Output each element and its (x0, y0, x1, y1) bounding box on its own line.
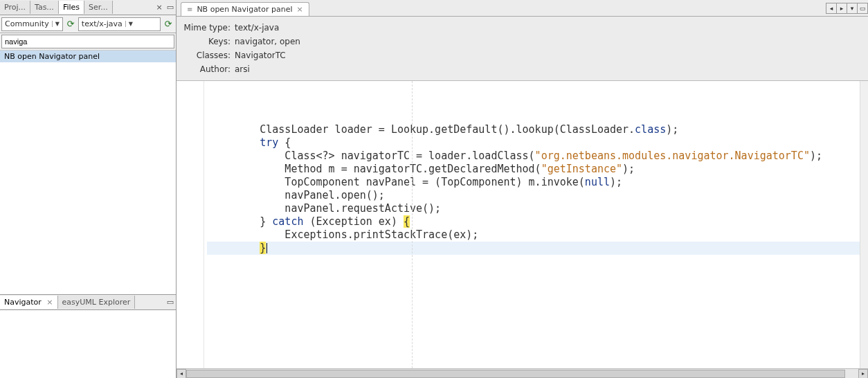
editor-tab-label: NB open Navigator panel (197, 5, 292, 14)
main-panel: ≡ NB open Navigator panel × ◂ ▸ ▾ ▭ Mime… (177, 0, 868, 378)
editor-tab-strip: ≡ NB open Navigator panel × ◂ ▸ ▾ ▭ (177, 0, 868, 17)
close-icon[interactable]: × (154, 3, 165, 12)
code-content[interactable]: ClassLoader loader = Lookup.getDefault()… (204, 81, 860, 368)
meta-mimetype-value: text/x-java (235, 21, 279, 35)
list-item[interactable]: NB open Navigator panel (0, 51, 176, 62)
meta-mimetype-label: Mime type: (183, 21, 230, 35)
meta-keys-label: Keys: (183, 35, 230, 48)
horizontal-scrollbar[interactable]: ◂ ▸ (177, 368, 868, 378)
gutter (177, 81, 204, 368)
bottom-tab-strip: Navigator × easyUML Explorer ▭ (0, 295, 176, 310)
maximize-icon[interactable]: ▭ (857, 3, 868, 14)
navigator-content (0, 310, 176, 378)
meta-author-value: arsi (235, 62, 250, 76)
minimize-icon[interactable]: ▭ (165, 3, 176, 12)
scroll-right-icon[interactable]: ▸ (858, 369, 868, 379)
close-icon[interactable]: × (46, 298, 53, 307)
nav-forward-icon[interactable]: ▸ (836, 3, 847, 14)
text-caret (266, 243, 267, 253)
meta-classes-label: Classes: (183, 48, 230, 62)
scope-combo-value: Community (5, 19, 49, 28)
scope-combo[interactable]: Community ▼ (1, 17, 63, 31)
refresh-icon[interactable]: ⟳ (162, 18, 174, 30)
tabstrip-controls: ◂ ▸ ▾ ▭ (826, 3, 868, 14)
scroll-left-icon[interactable]: ◂ (177, 369, 186, 379)
snippet-list[interactable]: NB open Navigator panel (0, 51, 176, 294)
snippet-toolbar: Community ▼ ⟳ text/x-java ▼ ⟳ (0, 15, 176, 33)
refresh-icon[interactable]: ⟳ (64, 18, 77, 30)
indent-guide (412, 81, 413, 368)
side-tab-services[interactable]: Ser... (84, 1, 113, 14)
code-editor[interactable]: ClassLoader loader = Lookup.getDefault()… (177, 81, 868, 378)
chevron-down-icon: ▼ (52, 21, 60, 27)
tab-label: Navigator (4, 298, 42, 307)
error-stripe[interactable] (860, 81, 868, 368)
meta-panel: Mime type: text/x-java Keys: navigator, … (177, 17, 868, 81)
minimize-icon[interactable]: ▭ (165, 298, 176, 307)
close-icon[interactable]: × (296, 5, 302, 14)
scroll-thumb[interactable] (186, 370, 845, 378)
meta-keys-value: navigator, open (235, 35, 300, 48)
chevron-down-icon[interactable]: ▾ (847, 3, 858, 14)
tab-navigator[interactable]: Navigator × (0, 296, 58, 309)
mimetype-combo[interactable]: text/x-java ▼ (78, 17, 161, 31)
left-panel: Proj... Tas... Files Ser... × ▭ Communit… (0, 0, 177, 378)
side-tab-projects[interactable]: Proj... (0, 1, 30, 14)
mimetype-combo-value: text/x-java (82, 19, 123, 28)
scroll-track[interactable] (186, 369, 858, 379)
side-tab-files[interactable]: Files (59, 1, 84, 14)
meta-author-label: Author: (183, 62, 230, 76)
nav-back-icon[interactable]: ◂ (826, 3, 837, 14)
editor-tab[interactable]: ≡ NB open Navigator panel × (181, 2, 309, 16)
meta-classes-value: NavigatorTC (235, 48, 286, 62)
left-top-section: Proj... Tas... Files Ser... × ▭ Communit… (0, 0, 176, 295)
side-tab-tasks[interactable]: Tas... (30, 1, 59, 14)
side-tab-strip: Proj... Tas... Files Ser... × ▭ (0, 0, 176, 15)
tab-easyuml[interactable]: easyUML Explorer (58, 296, 136, 309)
document-icon: ≡ (187, 6, 192, 13)
filter-row (0, 33, 176, 51)
left-bottom-section: Navigator × easyUML Explorer ▭ (0, 295, 176, 378)
filter-input[interactable] (1, 35, 174, 48)
chevron-down-icon: ▼ (125, 21, 133, 27)
